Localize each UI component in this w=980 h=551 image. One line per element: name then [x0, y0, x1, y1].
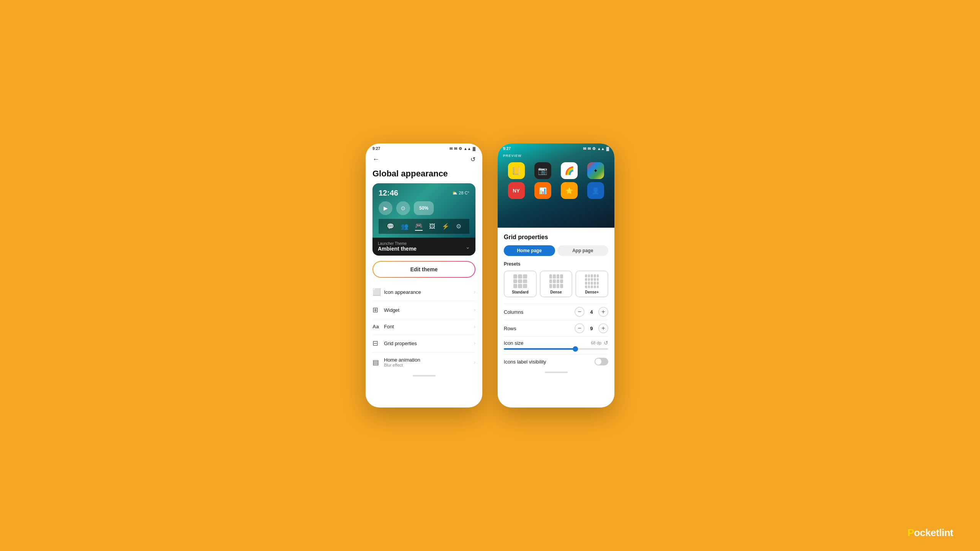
- icon-size-row: Icon size 68 dp ↺: [504, 336, 608, 354]
- phone2-email-icon1: ✉: [583, 147, 586, 151]
- pd: [588, 285, 590, 289]
- preset-denseplus[interactable]: Dense+: [575, 271, 608, 297]
- theme-weather: ⛅ 28 C°: [452, 191, 469, 196]
- edit-theme-button[interactable]: Edit theme: [372, 261, 475, 278]
- app-icon-6: ⭐: [558, 182, 581, 199]
- pd: [557, 279, 560, 284]
- phone1-status-bar: 9:27 ✉ ✉ ⚙ ▲▲ ▓: [366, 143, 482, 152]
- icons-label-visibility-row: Icons label visibility: [504, 354, 608, 368]
- bar-chat-icon: 💬: [387, 223, 394, 230]
- icon-size-slider-thumb[interactable]: [573, 346, 578, 352]
- menu-item-text-font: Font: [384, 324, 474, 329]
- pocketlint-p: P: [908, 527, 914, 538]
- bar-users-icon: 👥: [401, 223, 408, 230]
- menu-item-grid[interactable]: ⊟ Grid properties ›: [372, 334, 475, 352]
- pd: [560, 274, 563, 279]
- app-icon-2: 🌈: [558, 162, 581, 179]
- tab-app-page[interactable]: App page: [557, 245, 609, 256]
- rows-plus-button[interactable]: +: [598, 323, 608, 333]
- icon-size-reset-button[interactable]: ↺: [604, 340, 608, 346]
- phone1-screen: 9:27 ✉ ✉ ⚙ ▲▲ ▓ ← ↺ Global appearance: [366, 143, 482, 408]
- page-title: Global appearance: [372, 169, 475, 179]
- launcher-value: Ambient theme: [378, 246, 416, 252]
- menu-sublabel-animation: Blur effect: [384, 363, 474, 367]
- pd: [594, 274, 596, 277]
- columns-row: Columns − 4 +: [504, 303, 608, 320]
- tab-bar: Home page App page: [504, 245, 608, 256]
- phone1-battery-icon: ▓: [473, 147, 475, 151]
- tab-home-page[interactable]: Home page: [504, 245, 555, 256]
- theme-preview-card: 12:46 ⛅ 28 C° ▶ ⊙ 50% 💬 👥 🎮 🖼: [372, 183, 475, 256]
- app-icon-circle-7: 👤: [587, 182, 604, 199]
- menu-item-text-widget: Widget: [384, 307, 474, 313]
- pd: [549, 284, 552, 288]
- theme-play-icon: ▶: [379, 201, 392, 215]
- pd: [560, 284, 563, 288]
- theme-app-row: ▶ ⊙ 50%: [379, 201, 469, 215]
- menu-item-text-grid: Grid properties: [384, 341, 474, 346]
- pd: [591, 285, 593, 289]
- theme-preview-bg: 12:46 ⛅ 28 C° ▶ ⊙ 50% 💬 👥 🎮 🖼: [372, 183, 475, 238]
- columns-minus-button[interactable]: −: [575, 307, 585, 317]
- rows-controls: − 9 +: [575, 323, 608, 333]
- pd: [591, 274, 593, 277]
- pd: [513, 279, 518, 284]
- menu-item-widget[interactable]: ⊞ Widget ›: [372, 301, 475, 319]
- phone2-email-icon2: ✉: [588, 147, 591, 151]
- chevron-icon-0: ›: [474, 289, 475, 295]
- icons-label-visibility-label: Icons label visibility: [504, 359, 595, 365]
- phone2-wallpaper: 9:27 ✉ ✉ ⚙ ▲▲ ▓ PREVIEW 📒: [498, 143, 614, 228]
- app-icon-0: 📒: [505, 162, 528, 179]
- icon-size-slider-track[interactable]: [504, 348, 608, 350]
- bar-gallery-icon: 🖼: [429, 223, 435, 230]
- chevron-icon-2: ›: [474, 324, 475, 329]
- pd: [594, 285, 596, 289]
- theme-time: 12:46: [379, 189, 398, 197]
- phone1-signal-icon: ▲▲: [464, 147, 471, 151]
- columns-plus-button[interactable]: +: [598, 307, 608, 317]
- menu-label-icon-appearance: Icon appearance: [384, 289, 474, 295]
- grid-icon: ⊟: [372, 339, 384, 347]
- columns-value: 4: [588, 309, 595, 315]
- pd: [549, 279, 552, 284]
- menu-label-animation: Home animation: [384, 357, 474, 363]
- phone2-time: 9:27: [503, 147, 511, 151]
- icon-size-label: Icon size: [504, 340, 591, 346]
- pd: [588, 274, 590, 277]
- pocketlint-ocketlint: ocketlint: [914, 527, 953, 538]
- pd: [591, 282, 593, 285]
- preset-dense[interactable]: Dense: [540, 271, 573, 297]
- pd: [523, 284, 527, 288]
- app-icon-4: NY: [505, 182, 528, 199]
- pd: [513, 274, 518, 279]
- menu-label-widget: Widget: [384, 307, 474, 313]
- icons-label-toggle[interactable]: [595, 358, 608, 365]
- pd: [557, 284, 560, 288]
- app-icon-circle-1: 📷: [534, 162, 551, 179]
- widget-icon: ⊞: [372, 306, 384, 314]
- menu-item-icon-appearance[interactable]: ⬜ Icon appearance ›: [372, 283, 475, 301]
- refresh-button[interactable]: ↺: [470, 156, 475, 163]
- grid-properties-panel: Grid properties Home page App page Prese…: [498, 228, 614, 408]
- font-icon: Aa: [372, 324, 384, 329]
- pd: [597, 274, 599, 277]
- launcher-selector-text: Launcher Theme Ambient theme: [378, 241, 416, 252]
- menu-item-font[interactable]: Aa Font ›: [372, 319, 475, 334]
- launcher-theme-selector[interactable]: Launcher Theme Ambient theme ⌄: [372, 238, 475, 256]
- rows-row: Rows − 9 +: [504, 320, 608, 336]
- menu-item-text: Icon appearance: [384, 289, 474, 295]
- rows-minus-button[interactable]: −: [575, 323, 585, 333]
- back-button[interactable]: ←: [372, 155, 379, 163]
- phone1-content: ← ↺ Global appearance 12:46 ⛅ 28 C° ▶: [366, 152, 482, 408]
- menu-item-animation[interactable]: ▤ Home animation Blur effect ›: [372, 352, 475, 372]
- chevron-icon-1: ›: [474, 307, 475, 313]
- pd: [597, 285, 599, 289]
- pd: [553, 279, 556, 284]
- preset-standard[interactable]: Standard: [504, 271, 537, 297]
- launcher-label: Launcher Theme: [378, 241, 416, 246]
- phone2-status-icons: ✉ ✉ ⚙ ▲▲ ▓: [583, 147, 609, 151]
- phone1-time: 9:27: [372, 147, 380, 151]
- chevron-icon-4: ›: [474, 360, 475, 365]
- app-icon-circle-3: ✦: [587, 162, 604, 179]
- bar-apps-icon: ⚡: [442, 223, 449, 230]
